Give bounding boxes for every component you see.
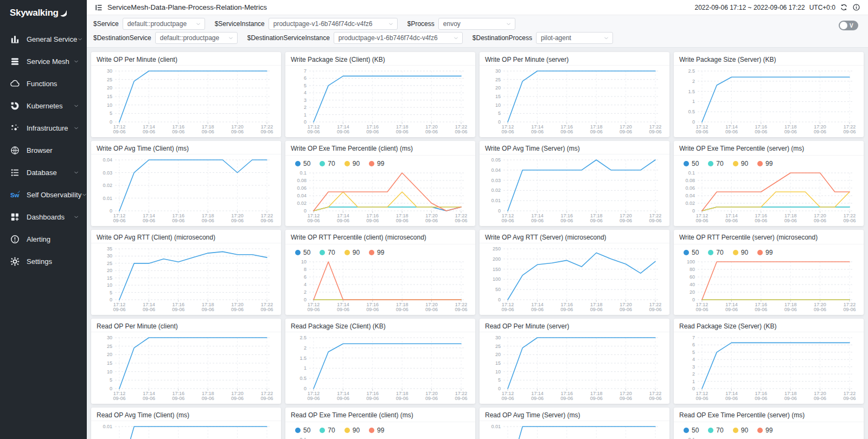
- svg-text:10: 10: [495, 369, 501, 375]
- chart-canvas[interactable]: 17:1209-0617:1409-0617:1609-0617:1809-06…: [484, 67, 665, 135]
- legend-item-p99[interactable]: 99: [757, 427, 773, 434]
- legend-item-p50[interactable]: 50: [684, 427, 699, 434]
- legend-item-p50[interactable]: 50: [295, 427, 310, 434]
- legend-item-p70[interactable]: 70: [320, 249, 335, 256]
- legend-item-p50[interactable]: 50: [295, 249, 310, 256]
- filter-serviceinstance: $ServiceInstance productpage-v1-6b746f74…: [215, 18, 398, 30]
- svg-text:150: 150: [493, 267, 501, 272]
- svg-text:09-06: 09-06: [143, 129, 155, 134]
- svg-text:0.01: 0.01: [491, 424, 501, 429]
- legend-item-p70[interactable]: 70: [320, 160, 335, 167]
- chart-canvas[interactable]: 17:1209-0617:1409-0617:1609-0617:1809-06…: [290, 169, 471, 224]
- legend-item-p99[interactable]: 99: [369, 249, 384, 256]
- chart-canvas[interactable]: 17:1209-0617:1409-0617:1609-0617:1809-06…: [290, 67, 471, 135]
- legend-item-p90[interactable]: 90: [344, 160, 360, 167]
- sidebar-item-label: Dashboards: [27, 213, 65, 221]
- chart-canvas[interactable]: 17:1209-0617:1409-0617:1609-0617:1809-06…: [678, 333, 859, 402]
- filter-select[interactable]: pilot-agent: [536, 32, 613, 44]
- refresh-icon[interactable]: [840, 3, 848, 11]
- chart-canvas[interactable]: 17:1209-0617:1409-0617:1609-0617:1809-06…: [484, 422, 665, 439]
- chart-canvas[interactable]: 17:1209-0617:1409-0617:1609-0617:1809-06…: [95, 333, 277, 402]
- info-icon[interactable]: [852, 3, 860, 11]
- filter-select[interactable]: envoy: [438, 18, 515, 30]
- svg-text:5: 5: [498, 377, 501, 383]
- svg-text:0.1: 0.1: [688, 437, 695, 439]
- filter-select[interactable]: productpage-v1-6b746f74dc-v4fz6: [334, 32, 463, 44]
- sidebar-item-infrastructure[interactable]: Infrastructure: [0, 117, 87, 139]
- svg-text:0: 0: [692, 208, 695, 214]
- chart-canvas[interactable]: 17:1209-0617:1409-0617:1609-0617:1809-06…: [95, 244, 277, 313]
- sidebar-item-functions[interactable]: Functions: [0, 73, 87, 95]
- chart-canvas[interactable]: 17:1209-0617:1409-0617:1609-0617:1809-06…: [95, 156, 277, 224]
- sidebar-item-browser[interactable]: Browser: [0, 139, 87, 162]
- legend-item-p50[interactable]: 50: [295, 160, 310, 167]
- panel-body: 17:1209-0617:1409-0617:1609-0617:1809-06…: [285, 66, 475, 137]
- svg-text:6: 6: [692, 342, 695, 347]
- svg-text:1.5: 1.5: [299, 356, 307, 361]
- filter-select[interactable]: productpage-v1-6b746f74dc-v4fz6: [269, 18, 398, 30]
- legend-item-p70[interactable]: 70: [708, 427, 723, 434]
- chart-canvas[interactable]: 17:1209-0617:1409-0617:1609-0617:1809-06…: [678, 67, 859, 135]
- sidebar-item-general-service[interactable]: General Service: [0, 28, 87, 50]
- chart-canvas[interactable]: 17:1209-0617:1409-0617:1609-0617:1809-06…: [290, 257, 471, 313]
- sidebar-item-self-observability[interactable]: Self Observability: [0, 184, 87, 206]
- dashboard-list-icon[interactable]: [94, 3, 103, 12]
- chart-canvas[interactable]: 17:1209-0617:1409-0617:1609-0617:1809-06…: [678, 257, 859, 313]
- legend-item-p50[interactable]: 50: [684, 160, 699, 167]
- sidebar-item-kubernetes[interactable]: Kubernetes: [0, 95, 87, 117]
- infrastructure-icon: [10, 123, 20, 133]
- chart-canvas[interactable]: 17:1209-0617:1409-0617:1609-0617:1809-06…: [290, 333, 471, 402]
- legend-item-p99[interactable]: 99: [369, 427, 384, 434]
- svg-text:09-06: 09-06: [396, 129, 409, 134]
- legend-dot: [708, 161, 713, 166]
- sidebar-item-database[interactable]: Database: [0, 162, 87, 184]
- sidebar-item-service-mesh[interactable]: Service Mesh: [0, 50, 87, 73]
- svg-text:09-06: 09-06: [425, 307, 438, 312]
- legend-item-p50[interactable]: 50: [684, 249, 699, 256]
- chevron-down-icon: [453, 35, 459, 41]
- legend-label: 99: [765, 160, 773, 167]
- chart-canvas[interactable]: 17:1209-0617:1409-0617:1609-0617:1809-06…: [290, 435, 471, 439]
- legend-item-p90[interactable]: 90: [733, 160, 748, 167]
- svg-text:0: 0: [498, 119, 501, 125]
- legend-item-p70[interactable]: 70: [320, 427, 335, 434]
- svg-text:09-06: 09-06: [649, 307, 661, 312]
- chart-canvas[interactable]: 17:1209-0617:1409-0617:1609-0617:1809-06…: [678, 169, 859, 224]
- time-range[interactable]: 2022-09-06 17:12 ~ 2022-09-06 17:22: [694, 4, 805, 11]
- chart-canvas[interactable]: 17:1209-0617:1409-0617:1609-0617:1809-06…: [95, 67, 277, 135]
- svg-text:60: 60: [690, 274, 695, 280]
- panel-title: Read Package Size (Client) (KB): [285, 319, 475, 332]
- svg-text:09-06: 09-06: [337, 307, 349, 312]
- chart-canvas[interactable]: 17:1209-0617:1409-0617:1609-0617:1809-06…: [484, 333, 665, 402]
- chart-canvas[interactable]: 17:1209-0617:1409-0617:1609-0617:1809-06…: [484, 156, 665, 224]
- filter-select[interactable]: default::productpage: [155, 32, 238, 44]
- sidebar-item-alerting[interactable]: Alerting: [0, 228, 87, 250]
- sidebar-item-dashboards[interactable]: Dashboards: [0, 206, 87, 228]
- filter-select[interactable]: default::productpage: [123, 18, 205, 30]
- svg-text:30: 30: [107, 335, 112, 340]
- app-logo[interactable]: Skywalking: [0, 0, 87, 24]
- legend-item-p90[interactable]: 90: [733, 249, 748, 256]
- svg-text:0.02: 0.02: [297, 201, 307, 206]
- svg-text:09-06: 09-06: [755, 396, 767, 401]
- legend-item-p90[interactable]: 90: [733, 427, 748, 434]
- svg-text:09-06: 09-06: [307, 129, 320, 134]
- legend-item-p90[interactable]: 90: [344, 249, 360, 256]
- view-edit-toggle[interactable]: V: [839, 21, 858, 30]
- legend-item-p99[interactable]: 99: [757, 160, 773, 167]
- legend-item-p70[interactable]: 70: [708, 249, 723, 256]
- legend-item-p70[interactable]: 70: [708, 160, 723, 167]
- chart-canvas[interactable]: 17:1209-0617:1409-0617:1609-0617:1809-06…: [678, 435, 859, 439]
- chart-canvas[interactable]: 17:1209-0617:1409-0617:1609-0617:1809-06…: [484, 244, 665, 313]
- panel-body: 17:1209-0617:1409-0617:1609-0617:1809-06…: [91, 421, 281, 439]
- filter-label: $ServiceInstance: [215, 20, 265, 28]
- legend-item-p90[interactable]: 90: [344, 427, 360, 434]
- sidebar-item-settings[interactable]: Settings: [0, 250, 87, 273]
- chart-canvas[interactable]: 17:1209-0617:1409-0617:1609-0617:1809-06…: [95, 422, 277, 439]
- panel-body: 17:1209-0617:1409-0617:1609-0617:1809-06…: [91, 243, 281, 315]
- legend-label: 70: [328, 249, 335, 256]
- svg-text:0.02: 0.02: [491, 188, 501, 193]
- legend-item-p99[interactable]: 99: [369, 160, 384, 167]
- svg-text:7: 7: [304, 68, 307, 74]
- legend-item-p99[interactable]: 99: [757, 249, 773, 256]
